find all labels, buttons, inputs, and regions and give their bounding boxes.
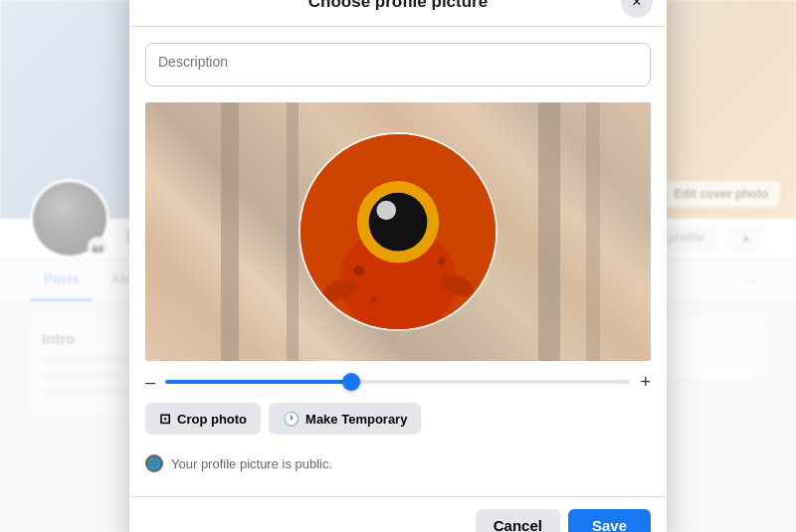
modal-backdrop: Choose profile picture × (0, 0, 796, 532)
make-temporary-button[interactable]: 🕐 Make Temporary (269, 403, 421, 435)
public-notice: 🌐 Your profile picture is public. (145, 446, 651, 480)
public-notice-text: Your profile picture is public. (171, 456, 332, 471)
svg-point-5 (354, 266, 364, 275)
svg-point-7 (371, 297, 377, 303)
modal-body: – + ⊡ Crop photo 🕐 Make Temporary (129, 27, 667, 496)
crop-icon: ⊡ (159, 411, 171, 427)
globe-icon: 🌐 (145, 454, 163, 472)
zoom-increase-button[interactable]: + (640, 373, 651, 391)
cancel-button[interactable]: Cancel (476, 509, 560, 532)
description-input[interactable] (145, 43, 651, 87)
crop-photo-button[interactable]: ⊡ Crop photo (145, 403, 261, 435)
svg-point-6 (438, 257, 446, 265)
make-temporary-label: Make Temporary (305, 412, 407, 427)
zoom-decrease-button[interactable]: – (145, 373, 155, 391)
zoom-slider-thumb[interactable] (342, 373, 360, 391)
action-buttons-row: ⊡ Crop photo 🕐 Make Temporary (145, 399, 651, 446)
crop-area (145, 102, 651, 361)
zoom-slider-track (165, 380, 630, 384)
modal-header: Choose profile picture × (129, 0, 667, 27)
crop-circle (298, 132, 498, 331)
profile-picture-modal: Choose profile picture × (129, 0, 667, 532)
svg-point-3 (369, 193, 428, 252)
modal-close-button[interactable]: × (621, 0, 653, 18)
crop-photo-label: Crop photo (177, 412, 247, 427)
crop-circle-image (300, 134, 496, 329)
modal-title: Choose profile picture (308, 0, 488, 12)
zoom-slider-fill (165, 380, 351, 384)
save-button[interactable]: Save (568, 509, 651, 532)
modal-footer: Cancel Save (129, 496, 667, 532)
clock-icon: 🕐 (283, 411, 299, 427)
zoom-slider-area: – + (145, 361, 651, 399)
monster-svg (300, 134, 496, 329)
svg-point-4 (376, 201, 396, 221)
